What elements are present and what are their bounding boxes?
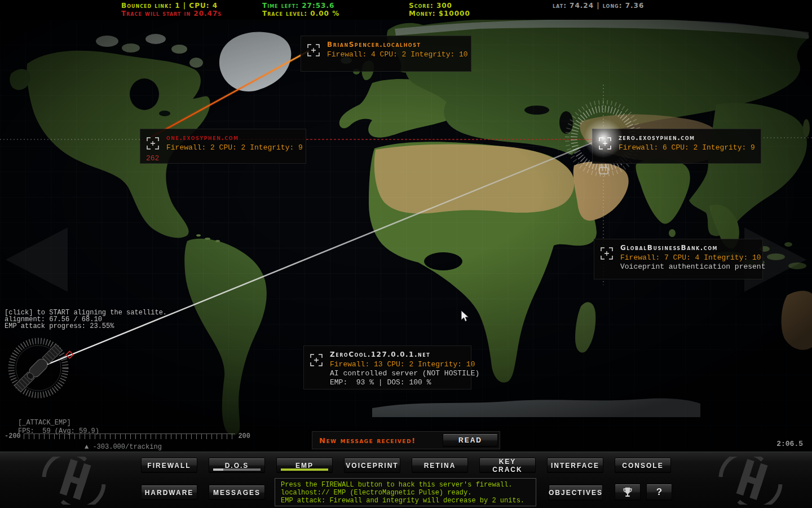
- new-message-text: New message received!: [319, 436, 443, 445]
- hardware-button[interactable]: HARDWARE: [141, 485, 197, 500]
- help-button[interactable]: ?: [646, 484, 672, 501]
- server-title: ZeroCool.127.0.0.1.net: [330, 351, 464, 358]
- button-label: HARDWARE: [145, 489, 194, 497]
- emp-ready-bar: [281, 468, 328, 471]
- read-button[interactable]: READ: [443, 433, 498, 447]
- satellite-beam: [38, 140, 599, 368]
- server-stats: Firewall: 6 CPU: 2 Integrity: 9: [619, 143, 754, 152]
- crosshair-icon: [598, 136, 612, 151]
- tracking-readout: ▲ -303.000/tracking: [85, 443, 162, 451]
- console-line: localhost:// EMP (ElectroMagnetic Pulse)…: [281, 489, 530, 497]
- server-title: BrianSpencer.localhost: [327, 41, 464, 49]
- retina-button[interactable]: RETINA: [412, 458, 468, 473]
- emp-progress-value: EMP attack progress: 23.55%: [5, 323, 114, 330]
- button-label: RETINA: [424, 462, 456, 470]
- server-node-one-exosyphen[interactable]: one.exosyphen.com Firewall: 2 CPU: 2 Int…: [140, 129, 306, 164]
- server-node-globalbusinessbank[interactable]: GlobalBusinessBank.com Firewall: 7 CPU: …: [594, 239, 763, 279]
- button-label: FIREWALL: [147, 462, 191, 470]
- satellite-icon: [14, 343, 63, 393]
- server-node-brianspencer[interactable]: BrianSpencer.localhost Firewall: 4 CPU: …: [301, 36, 471, 72]
- server-node-zerocool[interactable]: ZeroCool.127.0.0.1.net Firewall: 13 CPU:…: [303, 345, 471, 389]
- server-note: Voiceprint authentication present: [620, 262, 756, 271]
- console-button[interactable]: CONSOLE: [615, 458, 671, 473]
- button-label: KEY CRACK: [483, 458, 532, 474]
- score: Score: 300: [409, 2, 452, 10]
- mouse-cursor: [461, 310, 469, 322]
- console-line: EMP attack: Firewall and integrity will …: [281, 497, 530, 505]
- trace-level: Trace level: 0.00 %: [262, 10, 339, 17]
- ruler-min-label: -200: [5, 432, 21, 440]
- pan-left-arrow[interactable]: [6, 227, 68, 292]
- interface-button[interactable]: INTERFACE: [547, 458, 603, 473]
- hacker-evolution-logo: [706, 457, 796, 505]
- status-console: Press the FIREWALL button to hack this s…: [275, 478, 536, 506]
- server-note: AI controlled server (NOT HOSTILE): [330, 369, 464, 378]
- server-stats: Firewall: 2 CPU: 2 Integrity: 9: [166, 143, 299, 152]
- achievements-button[interactable]: [615, 484, 641, 501]
- server-title: GlobalBusinessBank.com: [620, 244, 756, 252]
- lat-long-readout: lat: 74.24 | long: 7.36: [553, 2, 644, 10]
- link-distance: 262: [146, 154, 159, 163]
- trophy-icon: [622, 487, 633, 498]
- dos-button[interactable]: D.O.S: [209, 458, 265, 473]
- game-screen: Bounced link: 1 | CPU: 4 Trace will star…: [0, 0, 812, 508]
- trace-warning: Trace will start in 20.47s: [121, 10, 222, 17]
- server-node-zero-exosyphen[interactable]: zero.exosyphen.com Firewall: 6 CPU: 2 In…: [592, 129, 761, 164]
- crosshair-icon: [306, 43, 321, 58]
- firewall-button[interactable]: FIREWALL: [141, 458, 197, 473]
- session-timer: 2:06.5: [776, 440, 803, 448]
- attack-tools-row: FIREWALL D.O.S EMP VOICEPRINT RETINA KEY…: [141, 458, 671, 473]
- attack-mode-label: [_ATTACK_EMP]: [18, 419, 71, 427]
- server-title: zero.exosyphen.com: [619, 134, 754, 142]
- new-message-bar: New message received! READ: [312, 431, 500, 449]
- voiceprint-button[interactable]: VOICEPRINT: [344, 458, 400, 473]
- messages-button[interactable]: MESSAGES: [209, 485, 265, 500]
- ruler-ticks: [24, 433, 236, 439]
- server-stats: Firewall: 13 CPU: 2 Integrity: 10: [330, 360, 464, 369]
- hacker-evolution-logo: [29, 457, 120, 505]
- time-left: Time left: 27:53.6: [262, 2, 334, 10]
- server-stats: Firewall: 4 CPU: 2 Integrity: 10: [327, 50, 464, 59]
- objectives-button[interactable]: OBJECTIVES: [549, 485, 603, 501]
- bounced-link-line: [151, 51, 309, 137]
- crosshair-icon: [599, 246, 614, 261]
- button-label: VOICEPRINT: [346, 462, 398, 470]
- bottom-toolbar-panel: FIREWALL D.O.S EMP VOICEPRINT RETINA KEY…: [0, 452, 812, 508]
- bounced-link-cpu: Bounced link: 1 | CPU: 4: [121, 2, 218, 10]
- tracking-value: -303.000/tracking: [92, 443, 161, 451]
- satellite-dial[interactable]: [11, 341, 73, 395]
- button-label: INTERFACE: [551, 462, 599, 470]
- ruler-max-label: 200: [238, 432, 250, 440]
- tracking-ruler: -200 200: [5, 432, 250, 440]
- top-hud-bar: Bounced link: 1 | CPU: 4 Trace will star…: [0, 0, 812, 19]
- button-label: MESSAGES: [213, 489, 261, 497]
- crosshair-icon: [309, 353, 324, 367]
- server-stats: Firewall: 7 CPU: 4 Integrity: 10: [620, 253, 756, 262]
- console-line: Press the FIREWALL button to hack this s…: [281, 481, 530, 489]
- key-crack-button[interactable]: KEY CRACK: [479, 458, 536, 473]
- dos-progress-bar: [213, 468, 261, 471]
- utility-row: HARDWARE MESSAGES: [141, 485, 265, 500]
- server-title: one.exosyphen.com: [166, 134, 299, 142]
- button-label: CONSOLE: [622, 462, 663, 470]
- crosshair-icon: [145, 136, 160, 151]
- attack-status: EMP: 93 % | DOS: 100 %: [330, 378, 464, 387]
- money: Money: $10000: [409, 10, 470, 17]
- emp-button[interactable]: EMP: [276, 458, 333, 473]
